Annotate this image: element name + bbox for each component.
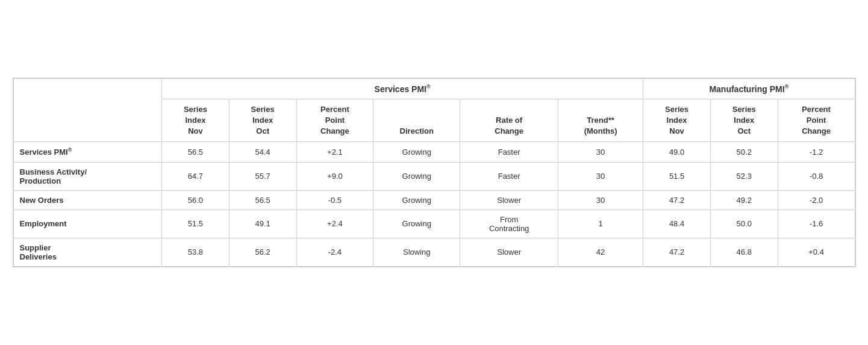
table-row: Employment51.549.1+2.4GrowingFrom Contra…	[13, 210, 855, 238]
cell-svc_ppc: +2.1	[296, 142, 373, 162]
cell-mfg_nov: 47.2	[643, 190, 711, 210]
cell-index: Business Activity/ Production	[13, 162, 162, 190]
cell-svc_roc: Slower	[460, 238, 558, 266]
cell-mfg_ppc: -2.0	[778, 190, 855, 210]
cell-index: Employment	[13, 210, 162, 238]
col-mfg-nov: SeriesIndexNov	[643, 99, 711, 142]
pmi-table: Services PMI® Manufacturing PMI® SeriesI…	[13, 78, 855, 267]
col-mfg-oct: SeriesIndexOct	[710, 99, 778, 142]
cell-svc_trend: 30	[558, 190, 643, 210]
cell-svc_dir: Growing	[373, 190, 460, 210]
cell-svc_roc: Faster	[460, 162, 558, 190]
cell-svc_nov: 51.5	[162, 210, 229, 238]
cell-mfg_ppc: -0.8	[778, 162, 855, 190]
cell-svc_oct: 56.2	[229, 238, 296, 266]
col-svc-ppc: PercentPointChange	[296, 99, 373, 142]
cell-svc_ppc: +9.0	[296, 162, 373, 190]
cell-mfg_nov: 47.2	[643, 238, 711, 266]
col-svc-trend: Trend**(Months)	[558, 99, 643, 142]
col-svc-nov: SeriesIndexNov	[162, 99, 229, 142]
col-mfg-ppc: PercentPointChange	[778, 99, 855, 142]
col-svc-dir: Direction	[373, 99, 460, 142]
cell-mfg_oct: 52.3	[710, 162, 778, 190]
cell-svc_trend: 30	[558, 162, 643, 190]
cell-svc_nov: 53.8	[162, 238, 229, 266]
cell-svc_oct: 55.7	[229, 162, 296, 190]
cell-index: Services PMI®	[13, 142, 162, 162]
cell-mfg_oct: 49.2	[710, 190, 778, 210]
corner-cell	[13, 79, 162, 142]
cell-mfg_nov: 48.4	[643, 210, 711, 238]
cell-svc_trend: 42	[558, 238, 643, 266]
cell-index: New Orders	[13, 190, 162, 210]
cell-svc_roc: Faster	[460, 142, 558, 162]
cell-svc_dir: Growing	[373, 210, 460, 238]
cell-svc_ppc: +2.4	[296, 210, 373, 238]
cell-svc_trend: 30	[558, 142, 643, 162]
table-row: Supplier Deliveries53.856.2-2.4SlowingSl…	[13, 238, 855, 266]
group-header-row: Services PMI® Manufacturing PMI®	[13, 79, 855, 99]
cell-mfg_oct: 46.8	[710, 238, 778, 266]
cell-mfg_nov: 49.0	[643, 142, 711, 162]
cell-mfg_oct: 50.0	[710, 210, 778, 238]
cell-index: Supplier Deliveries	[13, 238, 162, 266]
table-row: Business Activity/ Production64.755.7+9.…	[13, 162, 855, 190]
cell-svc_roc: Slower	[460, 190, 558, 210]
cell-mfg_oct: 50.2	[710, 142, 778, 162]
services-pmi-header: Services PMI®	[162, 79, 643, 99]
manufacturing-pmi-header: Manufacturing PMI®	[643, 79, 855, 99]
table-row: New Orders56.056.5-0.5GrowingSlower3047.…	[13, 190, 855, 210]
col-svc-roc: Rate ofChange	[460, 99, 558, 142]
cell-svc_nov: 56.0	[162, 190, 229, 210]
cell-svc_dir: Slowing	[373, 238, 460, 266]
cell-svc_ppc: -0.5	[296, 190, 373, 210]
cell-svc_dir: Growing	[373, 162, 460, 190]
cell-svc_oct: 49.1	[229, 210, 296, 238]
cell-mfg_nov: 51.5	[643, 162, 711, 190]
table-row: Services PMI®56.554.4+2.1GrowingFaster30…	[13, 142, 855, 162]
cell-svc_nov: 64.7	[162, 162, 229, 190]
col-svc-oct: SeriesIndexOct	[229, 99, 296, 142]
cell-mfg_ppc: -1.2	[778, 142, 855, 162]
cell-svc_ppc: -2.4	[296, 238, 373, 266]
cell-mfg_ppc: -1.6	[778, 210, 855, 238]
cell-svc_oct: 54.4	[229, 142, 296, 162]
cell-svc_nov: 56.5	[162, 142, 229, 162]
cell-svc_roc: From Contracting	[460, 210, 558, 238]
main-table-wrapper: Services PMI® Manufacturing PMI® SeriesI…	[13, 78, 856, 267]
cell-svc_trend: 1	[558, 210, 643, 238]
cell-svc_dir: Growing	[373, 142, 460, 162]
cell-mfg_ppc: +0.4	[778, 238, 855, 266]
cell-svc_oct: 56.5	[229, 190, 296, 210]
